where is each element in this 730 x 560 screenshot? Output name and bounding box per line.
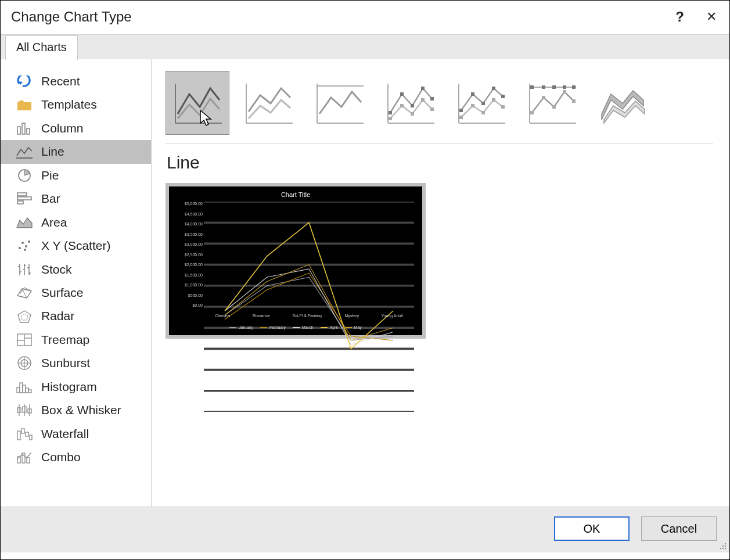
svg-rect-109 bbox=[722, 548, 724, 549]
svg-rect-77 bbox=[471, 104, 474, 107]
svg-rect-63 bbox=[430, 97, 434, 100]
category-label: Combo bbox=[41, 448, 81, 466]
svg-rect-75 bbox=[501, 95, 505, 98]
category-label: Radar bbox=[41, 307, 74, 325]
chart-legend: January February March April May bbox=[169, 325, 422, 329]
svg-point-12 bbox=[24, 249, 26, 251]
svg-rect-34 bbox=[23, 385, 26, 393]
svg-rect-110 bbox=[725, 548, 726, 549]
category-line[interactable]: Line bbox=[1, 140, 151, 163]
category-histogram[interactable]: Histogram bbox=[1, 375, 151, 399]
svg-marker-22 bbox=[18, 311, 31, 322]
svg-rect-44 bbox=[21, 429, 24, 433]
category-pie[interactable]: Pie bbox=[1, 164, 151, 187]
category-combo[interactable]: Combo bbox=[1, 446, 151, 469]
svg-rect-88 bbox=[572, 85, 576, 89]
category-radar[interactable]: Radar bbox=[1, 304, 151, 328]
subtype-line-markers[interactable] bbox=[378, 71, 442, 135]
category-label: X Y (Scatter) bbox=[41, 237, 110, 254]
subtype-stacked-line[interactable] bbox=[236, 71, 300, 135]
svg-rect-73 bbox=[481, 102, 485, 105]
category-label: Recent bbox=[41, 73, 80, 90]
chart-y-axis: $5,000.00 $4,500.00 $4,000.00 $3,500.00 … bbox=[172, 202, 203, 307]
category-scatter[interactable]: X Y (Scatter) bbox=[1, 234, 151, 257]
category-label: Column bbox=[41, 120, 83, 137]
chart-subtype-row bbox=[166, 71, 713, 143]
svg-point-11 bbox=[28, 240, 30, 243]
svg-rect-33 bbox=[20, 383, 23, 393]
svg-rect-49 bbox=[27, 458, 30, 463]
chart-preview-title: Chart Title bbox=[169, 191, 422, 198]
svg-rect-108 bbox=[720, 548, 721, 549]
category-label: Sunburst bbox=[41, 354, 90, 372]
svg-rect-76 bbox=[459, 116, 463, 119]
svg-rect-78 bbox=[481, 111, 485, 114]
svg-rect-106 bbox=[722, 545, 724, 547]
svg-rect-60 bbox=[400, 92, 404, 96]
svg-rect-90 bbox=[542, 96, 545, 99]
category-label: Pie bbox=[41, 167, 59, 184]
chart-plot-area bbox=[204, 202, 414, 412]
svg-rect-45 bbox=[26, 432, 28, 436]
category-treemap[interactable]: Treemap bbox=[1, 328, 151, 351]
svg-rect-62 bbox=[421, 87, 425, 90]
category-label: Treemap bbox=[41, 331, 89, 349]
subtype-100-stacked-line[interactable] bbox=[307, 71, 371, 135]
category-waterfall[interactable]: Waterfall bbox=[1, 422, 151, 446]
svg-marker-23 bbox=[21, 314, 28, 320]
category-area[interactable]: Area bbox=[1, 211, 151, 234]
selected-type-title: Line bbox=[167, 153, 713, 173]
svg-rect-87 bbox=[563, 85, 566, 89]
category-templates[interactable]: Templates bbox=[1, 93, 151, 116]
subtype-stacked-line-markers[interactable] bbox=[449, 71, 513, 135]
svg-rect-93 bbox=[572, 99, 576, 103]
svg-rect-72 bbox=[471, 92, 474, 96]
templates-icon bbox=[16, 98, 33, 113]
svg-rect-1 bbox=[22, 123, 25, 134]
combo-icon bbox=[16, 450, 33, 465]
ok-button[interactable]: OK bbox=[554, 516, 630, 541]
svg-rect-92 bbox=[563, 90, 566, 94]
column-icon bbox=[16, 121, 33, 136]
tab-strip: All Charts bbox=[1, 35, 729, 59]
category-label: Surface bbox=[41, 284, 83, 301]
cancel-button[interactable]: Cancel bbox=[641, 516, 717, 541]
chart-preview[interactable]: Chart Title $5,000.00 $4,500.00 $4,000.0… bbox=[166, 183, 426, 339]
area-icon bbox=[16, 215, 33, 230]
category-label: Waterfall bbox=[41, 425, 89, 443]
close-button[interactable]: ✕ bbox=[706, 9, 717, 24]
bar-icon bbox=[16, 191, 33, 206]
category-sunburst[interactable]: Sunburst bbox=[1, 351, 151, 375]
category-column[interactable]: Column bbox=[1, 117, 151, 140]
tab-all-charts[interactable]: All Charts bbox=[5, 35, 78, 60]
subtype-3d-line[interactable] bbox=[591, 71, 655, 135]
subtype-100-stacked-line-markers[interactable] bbox=[520, 71, 584, 135]
svg-rect-64 bbox=[389, 117, 392, 120]
category-bar[interactable]: Bar bbox=[1, 187, 151, 210]
svg-rect-46 bbox=[30, 435, 32, 440]
svg-rect-59 bbox=[389, 111, 392, 114]
svg-rect-84 bbox=[530, 85, 534, 89]
svg-rect-43 bbox=[17, 431, 20, 440]
category-box-whisker[interactable]: Box & Whisker bbox=[1, 399, 151, 422]
chart-category-list: Recent Templates Column Line Pie bbox=[1, 59, 152, 507]
dialog-title: Change Chart Type bbox=[11, 9, 132, 25]
category-surface[interactable]: Surface bbox=[1, 281, 151, 304]
svg-rect-36 bbox=[28, 390, 31, 393]
svg-point-10 bbox=[25, 245, 27, 247]
svg-point-9 bbox=[21, 242, 24, 244]
svg-rect-6 bbox=[17, 197, 31, 200]
subtype-line[interactable] bbox=[166, 71, 229, 135]
resize-grip-icon[interactable] bbox=[719, 542, 727, 550]
svg-rect-0 bbox=[17, 127, 20, 134]
category-recent[interactable]: Recent bbox=[1, 70, 151, 93]
svg-rect-91 bbox=[552, 105, 556, 109]
surface-icon bbox=[16, 285, 33, 300]
category-label: Templates bbox=[41, 96, 97, 113]
svg-rect-71 bbox=[459, 109, 463, 112]
sunburst-icon bbox=[16, 356, 33, 371]
box-whisker-icon bbox=[16, 403, 33, 418]
category-stock[interactable]: Stock bbox=[1, 258, 151, 281]
svg-rect-67 bbox=[421, 98, 425, 102]
help-button[interactable]: ? bbox=[675, 9, 684, 25]
